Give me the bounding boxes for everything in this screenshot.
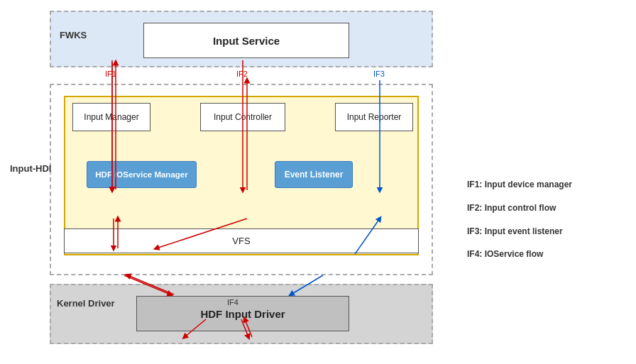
legend-if3-text: IF3: Input event listener [467,226,563,236]
input-manager-box: Input Manager [72,103,150,131]
input-service-box: Input Service [143,23,349,58]
hdi-label: Input-HDI [10,163,51,174]
hdf-driver-box: HDF Input Driver [136,296,349,331]
legend-if1-text: IF1: Input device manager [467,180,572,189]
if3-label: IF3 [373,70,385,78]
fwks-layer: FWKS Input Service [50,11,433,67]
input-reporter-box: Input Reporter [335,103,413,131]
legend-item-if3: IF3: Input event listener [467,224,630,239]
if2-label: IF2 [236,70,248,78]
input-reporter-label: Input Reporter [347,112,402,122]
input-service-label: Input Service [213,35,280,47]
legend-if4-text: IF4: IOService flow [467,249,543,259]
kernel-label: Kernel Driver [57,298,115,309]
fwks-label: FWKS [60,30,87,40]
kernel-layer: Kernel Driver HDF Input Driver [50,284,433,344]
input-controller-label: Input Controller [214,112,272,122]
input-controller-box: Input Controller [200,103,285,131]
hdf-ioservice-label: HDF IOService Manager [95,170,187,179]
legend-item-if1: IF1: Input device manager [467,177,630,192]
input-manager-label: Input Manager [84,112,138,122]
legend-item-if2: IF2: Input control flow [467,201,630,216]
legend: IF1: Input device manager IF2: Input con… [467,177,630,270]
legend-if2-text: IF2: Input control flow [467,203,556,213]
event-listener-box: Event Listener [275,161,353,188]
if1-label: IF1 [105,70,116,78]
legend-item-if4: IF4: IOService flow [467,247,630,262]
hdf-ioservice-box: HDF IOService Manager [87,161,197,188]
event-listener-label: Event Listener [285,170,344,180]
vfs-box: VFS [64,228,419,253]
hdf-driver-label: HDF Input Driver [200,308,285,320]
vfs-label: VFS [232,236,250,246]
